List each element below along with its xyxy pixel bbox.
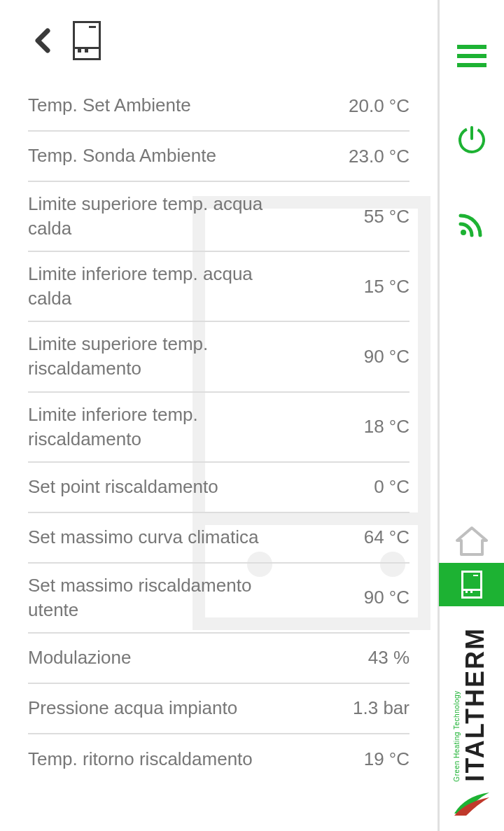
setting-label: Modulazione bbox=[28, 645, 131, 670]
brand-logo: Green Heating Technology ITALTHERM bbox=[451, 606, 493, 831]
setting-row[interactable]: Temp. Set Ambiente 20.0 °C bbox=[28, 81, 410, 132]
setting-value: 20.0 °C bbox=[349, 95, 410, 117]
hamburger-icon bbox=[457, 45, 486, 67]
boiler-icon bbox=[461, 571, 482, 599]
setting-label: Set point riscaldamento bbox=[28, 475, 218, 499]
setting-row[interactable]: Temp. ritorno riscaldamento 19 °C bbox=[28, 734, 410, 785]
setting-label: Limite superiore temp. riscaldamento bbox=[28, 332, 266, 381]
svg-point-2 bbox=[461, 230, 466, 235]
boiler-nav-button[interactable] bbox=[439, 563, 505, 606]
setting-value: 43 % bbox=[368, 647, 410, 669]
setting-row[interactable]: Pressione acqua impianto 1.3 bar bbox=[28, 684, 410, 734]
wifi-icon bbox=[456, 209, 487, 239]
setting-value: 1.3 bar bbox=[353, 697, 410, 719]
setting-label: Set massimo curva climatica bbox=[28, 525, 258, 550]
wifi-button[interactable] bbox=[451, 203, 493, 245]
setting-value: 55 °C bbox=[364, 206, 410, 228]
setting-row[interactable]: Modulazione 43 % bbox=[28, 634, 410, 684]
power-button[interactable] bbox=[451, 119, 493, 161]
setting-label: Temp. Set Ambiente bbox=[28, 93, 191, 118]
setting-label: Limite inferiore temp. acqua calda bbox=[28, 262, 266, 311]
power-icon bbox=[456, 125, 487, 155]
setting-label: Limite superiore temp. acqua calda bbox=[28, 192, 266, 241]
home-button[interactable] bbox=[439, 519, 505, 563]
settings-list: Temp. Set Ambiente 20.0 °C Temp. Sonda A… bbox=[0, 81, 438, 785]
menu-button[interactable] bbox=[451, 35, 493, 77]
home-icon bbox=[454, 525, 489, 557]
setting-label: Limite inferiore temp. riscaldamento bbox=[28, 403, 266, 452]
setting-row[interactable]: Set massimo curva climatica 64 °C bbox=[28, 513, 410, 564]
setting-value: 15 °C bbox=[364, 276, 410, 298]
setting-label: Temp. ritorno riscaldamento bbox=[28, 747, 253, 771]
brand-tagline: Green Heating Technology bbox=[453, 627, 461, 782]
setting-row[interactable]: Set point riscaldamento 0 °C bbox=[28, 463, 410, 513]
setting-value: 64 °C bbox=[364, 526, 410, 548]
boiler-icon bbox=[73, 21, 101, 60]
setting-label: Set massimo riscaldamento utente bbox=[28, 573, 266, 622]
setting-value: 90 °C bbox=[364, 346, 410, 368]
brand-name: ITALTHERM bbox=[461, 627, 490, 782]
setting-row[interactable]: Limite inferiore temp. riscaldamento 18 … bbox=[28, 393, 410, 463]
setting-row[interactable]: Limite inferiore temp. acqua calda 15 °C bbox=[28, 252, 410, 322]
setting-row[interactable]: Limite superiore temp. acqua calda 55 °C bbox=[28, 182, 410, 252]
setting-value: 23.0 °C bbox=[349, 146, 410, 167]
chevron-left-icon bbox=[34, 28, 50, 53]
setting-label: Pressione acqua impianto bbox=[28, 696, 237, 720]
setting-row[interactable]: Temp. Sonda Ambiente 23.0 °C bbox=[28, 132, 410, 182]
back-button[interactable] bbox=[28, 27, 56, 55]
sidebar: Green Heating Technology ITALTHERM bbox=[438, 0, 504, 831]
setting-value: 0 °C bbox=[374, 476, 410, 498]
setting-label: Temp. Sonda Ambiente bbox=[28, 144, 216, 168]
setting-value: 18 °C bbox=[364, 416, 410, 438]
setting-row[interactable]: Limite superiore temp. riscaldamento 90 … bbox=[28, 322, 410, 392]
setting-value: 19 °C bbox=[364, 748, 410, 770]
logo-swoosh-icon bbox=[451, 789, 493, 817]
setting-value: 90 °C bbox=[364, 587, 410, 608]
setting-row[interactable]: Set massimo riscaldamento utente 90 °C bbox=[28, 564, 410, 634]
